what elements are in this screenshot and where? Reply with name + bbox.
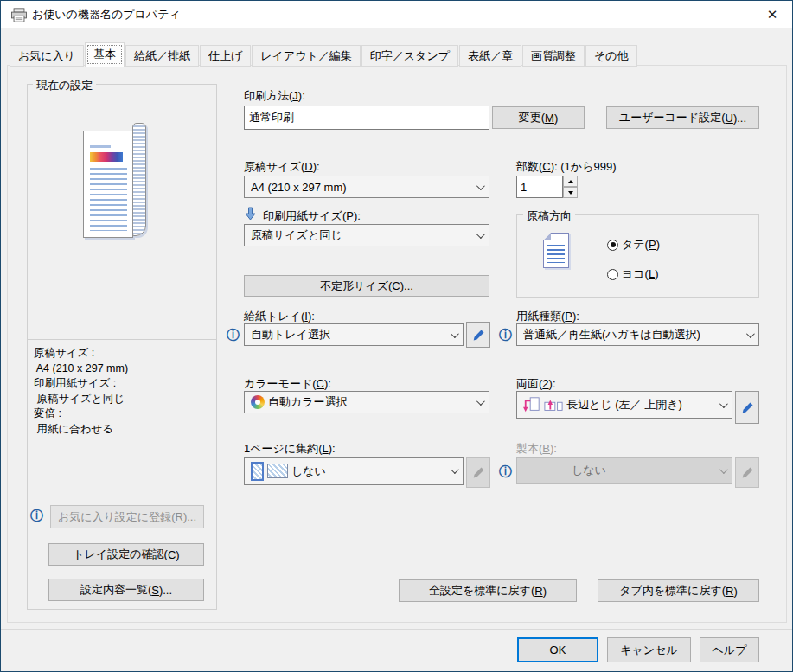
printer-properties-dialog: お使いの機器名のプロパティ ✕ お気に入り基本給紙／排紙仕上げレイアウト／編集印… <box>0 0 793 672</box>
tray-settings-check-button[interactable]: トレイ設定の確認(C) <box>48 543 204 566</box>
landscape-label: ヨコ(L) <box>622 266 659 282</box>
close-icon[interactable]: ✕ <box>752 1 792 28</box>
tab-layout-edit[interactable]: レイアウト／編集 <box>252 45 361 67</box>
help-button[interactable]: ヘルプ <box>700 637 759 662</box>
input-tray-value: 自動トレイ選択 <box>251 327 330 342</box>
orientation-group-title: 原稿方向 <box>523 208 575 224</box>
preview-document <box>83 131 133 238</box>
color-mode-label: カラーモード(C): <box>244 376 331 392</box>
reset-tab-button[interactable]: タブ内を標準に戻す(R) <box>598 579 759 602</box>
chevron-down-icon <box>719 465 728 474</box>
duplex-flip-icon <box>523 396 540 413</box>
color-mode-select[interactable]: 自動カラー選択 <box>244 391 489 413</box>
color-wheel-icon <box>251 395 265 409</box>
tab-strip: お気に入り基本給紙／排紙仕上げレイアウト／編集印字／スタンプ表紙／章画質調整その… <box>10 42 638 67</box>
summary-scaling-label: 変倍 : <box>34 406 128 422</box>
input-tray-label: 給紙トレイ(I): <box>244 309 315 324</box>
combine-select[interactable]: しない <box>244 457 464 485</box>
chevron-down-icon <box>476 182 485 190</box>
chevron-down-icon <box>719 400 728 408</box>
pencil-icon <box>741 401 754 414</box>
color-mode-value: 自動カラー選択 <box>268 394 348 410</box>
chevron-down-icon <box>451 465 459 474</box>
radio-landscape[interactable] <box>607 269 618 280</box>
info-icon: ⓘ <box>227 328 240 341</box>
original-size-select[interactable]: A4 (210 x 297 mm) <box>244 176 489 198</box>
copies-input[interactable] <box>516 176 563 198</box>
booklet-select: しない <box>516 457 732 484</box>
tab-basic[interactable]: 基本 <box>85 42 125 67</box>
print-paper-size-select[interactable]: 原稿サイズと同じ <box>244 224 489 246</box>
preview-text-lines <box>90 168 127 231</box>
paper-type-select[interactable]: 普通紙／再生紙(ハガキは自動選択) <box>516 323 759 346</box>
window-title: お使いの機器名のプロパティ <box>32 7 181 22</box>
combine-edit-button <box>466 457 490 488</box>
portrait-page-icon <box>543 233 569 268</box>
preview-rainbow-bar <box>90 152 123 162</box>
booklet-label: 製本(B): <box>516 441 557 457</box>
user-code-button[interactable]: ユーザーコード設定(U)... <box>606 106 759 129</box>
summary-paper-size-value: 原稿サイズと同じ <box>34 392 128 407</box>
print-paper-size-value: 原稿サイズと同じ <box>251 227 342 243</box>
summary-scaling-value: 用紙に合わせる <box>34 422 128 438</box>
info-icon: ⓘ <box>499 328 512 341</box>
radio-portrait[interactable] <box>607 240 618 251</box>
copies-spinner <box>516 176 579 199</box>
pencil-icon <box>741 466 754 479</box>
print-paper-size-label: 印刷用紙サイズ(P): <box>263 208 361 224</box>
up-arrow-icon <box>568 180 573 183</box>
preview-title-line <box>90 145 111 148</box>
pencil-icon <box>472 466 485 479</box>
pencil-icon <box>472 329 485 342</box>
summary-original-size-label: 原稿サイズ : <box>34 346 128 362</box>
chevron-down-icon <box>476 230 485 239</box>
duplex-value: 長辺とじ (左／ 上開き) <box>566 397 682 413</box>
tab-other[interactable]: その他 <box>585 45 637 67</box>
paper-type-value: 普通紙／再生紙(ハガキは自動選択) <box>523 327 700 342</box>
summary-paper-size-label: 印刷用紙サイズ : <box>34 376 128 392</box>
tab-cover-chapter[interactable]: 表紙／章 <box>459 45 521 67</box>
orientation-portrait-option[interactable]: タテ(P) <box>607 237 660 253</box>
duplex-edit-button[interactable] <box>735 391 759 424</box>
printer-icon <box>10 8 29 22</box>
chevron-down-icon <box>451 330 459 338</box>
combine-label: 1ページに集約(L): <box>244 441 336 457</box>
tab-paper-input-output[interactable]: 給紙／排紙 <box>125 45 199 67</box>
print-method-label: 印刷方法(J): <box>244 88 305 104</box>
change-button[interactable]: 変更(M) <box>492 106 585 129</box>
spinner-down-button[interactable] <box>563 187 578 198</box>
duplex-select[interactable]: 長辺とじ (左／ 上開き) <box>516 391 732 419</box>
input-tray-edit-button[interactable] <box>466 322 490 348</box>
print-method-input[interactable] <box>244 106 489 130</box>
custom-size-button[interactable]: 不定形サイズ(C)... <box>244 275 489 297</box>
reset-all-button[interactable]: 全設定を標準に戻す(R) <box>399 579 577 602</box>
tab-stamp[interactable]: 印字／スタンプ <box>361 45 458 67</box>
summary-original-size-value: A4 (210 x 297 mm) <box>34 362 128 377</box>
tab-favorites[interactable]: お気に入り <box>10 45 84 67</box>
current-settings-title: 現在の設定 <box>33 78 96 93</box>
title-bar: お使いの機器名のプロパティ ✕ <box>1 1 792 28</box>
down-arrow-icon <box>568 191 573 195</box>
cancel-button[interactable]: キャンセル <box>607 637 691 662</box>
combine-value: しない <box>291 464 326 479</box>
booklet-edit-button <box>735 457 759 488</box>
register-favorites-button: お気に入り設定に登録(R)... <box>50 505 204 528</box>
preview-page-stack <box>132 123 146 236</box>
footer-separator <box>1 629 793 630</box>
settings-list-button[interactable]: 設定内容一覧(S)... <box>48 579 204 601</box>
duplex-pages-icon <box>544 396 563 413</box>
tab-finishing[interactable]: 仕上げ <box>200 45 251 67</box>
chevron-down-icon <box>746 330 755 338</box>
original-size-value: A4 (210 x 297 mm) <box>251 181 347 194</box>
ok-button[interactable]: OK <box>517 637 598 662</box>
info-icon: ⓘ <box>30 509 43 522</box>
booklet-value: しない <box>572 463 606 478</box>
tab-image-quality[interactable]: 画質調整 <box>522 45 585 67</box>
orientation-landscape-option[interactable]: ヨコ(L) <box>607 266 659 282</box>
original-size-label: 原稿サイズ(D): <box>244 159 320 175</box>
page-portrait-icon <box>251 462 264 481</box>
input-tray-select[interactable]: 自動トレイ選択 <box>244 323 464 346</box>
paper-type-label: 用紙種類(P): <box>516 309 579 324</box>
copies-label: 部数(C): (1から999) <box>516 159 616 175</box>
spinner-up-button[interactable] <box>563 176 578 187</box>
